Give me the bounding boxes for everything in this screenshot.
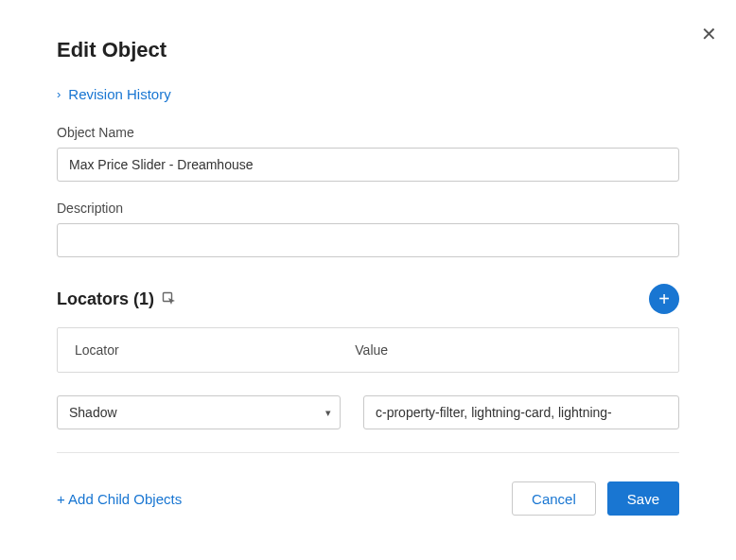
add-child-objects-link[interactable]: + Add Child Objects — [57, 491, 182, 507]
description-label: Description — [57, 201, 679, 216]
locator-value-input[interactable] — [363, 395, 679, 429]
plus-icon: + — [658, 289, 670, 308]
add-locator-button[interactable]: + — [649, 284, 679, 314]
revision-history-link[interactable]: › Revision History — [57, 86, 171, 102]
locators-title: Locators (1) — [57, 289, 154, 309]
object-name-input[interactable] — [57, 148, 679, 182]
description-input[interactable] — [57, 223, 679, 257]
save-button[interactable]: Save — [607, 481, 679, 516]
divider — [57, 452, 679, 453]
locator-table-header: Locator Value — [57, 327, 679, 373]
close-icon[interactable]: ✕ — [701, 25, 717, 44]
chevron-right-icon: › — [57, 87, 61, 101]
dialog-title: Edit Object — [57, 38, 679, 62]
column-locator-label: Locator — [58, 342, 349, 358]
locator-type-select[interactable] — [57, 395, 341, 429]
column-value-label: Value — [349, 342, 678, 358]
locator-row: ▾ — [57, 395, 679, 429]
cancel-button[interactable]: Cancel — [512, 481, 596, 516]
object-name-label: Object Name — [57, 125, 679, 140]
inspect-icon[interactable] — [162, 291, 177, 306]
revision-history-label: Revision History — [68, 86, 170, 102]
